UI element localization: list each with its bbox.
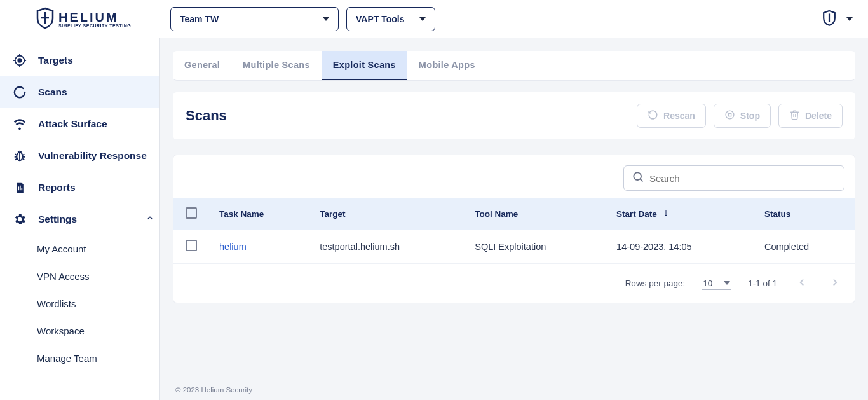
search-input[interactable] — [649, 173, 836, 184]
row-checkbox[interactable] — [186, 240, 197, 251]
col-target[interactable]: Target — [309, 198, 465, 230]
svg-point-4 — [18, 59, 22, 62]
team-selector-label: Team TW — [180, 14, 219, 24]
sidebar-subitem-workspace[interactable]: Workspace — [0, 317, 159, 345]
sidebar-item-label: Vulnerability Response — [38, 150, 147, 162]
sidebar-subitem-label: My Account — [37, 244, 86, 254]
sidebar-item-label: Scans — [38, 86, 67, 98]
col-start-date[interactable]: Start Date — [606, 198, 754, 230]
search-icon — [632, 170, 644, 186]
tools-selector-label: VAPT Tools — [356, 14, 404, 24]
tab-mobile-apps[interactable]: Mobile Apps — [407, 51, 487, 80]
prev-page-button[interactable] — [794, 274, 810, 293]
team-selector[interactable]: Team TW — [170, 7, 339, 31]
cell-target: testportal.helium.sh — [309, 230, 465, 264]
brand-logo[interactable]: HELIUM SIMPLIFY SECURITY TESTING — [0, 7, 160, 31]
footer-copyright: © 2023 Helium Security — [160, 380, 868, 400]
stop-button[interactable]: Stop — [714, 104, 771, 128]
tab-label: General — [184, 60, 220, 70]
cell-status: Completed — [754, 230, 855, 264]
svg-rect-18 — [20, 186, 21, 191]
sidebar-item-scans[interactable]: Scans — [0, 76, 159, 108]
svg-line-16 — [23, 159, 25, 160]
sidebar-item-settings[interactable]: Settings — [0, 203, 159, 235]
svg-rect-17 — [18, 186, 20, 190]
sidebar-item-reports[interactable]: Reports — [0, 172, 159, 203]
tab-label: Multiple Scans — [243, 60, 310, 70]
cell-task-name[interactable]: helium — [209, 230, 309, 264]
col-tool-name[interactable]: Tool Name — [465, 198, 606, 230]
rows-per-page-select[interactable]: 10 — [702, 277, 731, 290]
button-label: Stop — [740, 111, 760, 121]
tab-exploit-scans[interactable]: Exploit Scans — [322, 51, 407, 80]
cell-start-date: 14-09-2023, 14:05 — [606, 230, 754, 264]
tab-multiple-scans[interactable]: Multiple Scans — [231, 51, 322, 80]
brand-title: HELIUM — [58, 11, 131, 24]
col-task-name[interactable]: Task Name — [209, 198, 309, 230]
chevron-up-icon — [146, 214, 154, 225]
bug-icon — [13, 149, 27, 163]
rescan-button[interactable]: Rescan — [637, 104, 706, 128]
svg-point-22 — [634, 172, 641, 180]
user-menu[interactable] — [822, 10, 853, 29]
sidebar-subitem-label: Workspace — [37, 326, 85, 336]
tab-label: Mobile Apps — [419, 60, 475, 70]
trash-icon — [789, 109, 800, 122]
tools-selector[interactable]: VAPT Tools — [346, 7, 435, 31]
brand-subtitle: SIMPLIFY SECURITY TESTING — [58, 24, 131, 28]
svg-point-20 — [726, 111, 734, 119]
target-icon — [13, 53, 27, 67]
shield-icon — [822, 10, 836, 29]
sidebar-subitem-wordlists[interactable]: Wordlists — [0, 290, 159, 317]
rows-per-page-label: Rows per page: — [625, 279, 686, 288]
col-status[interactable]: Status — [754, 198, 855, 230]
svg-line-23 — [640, 179, 642, 181]
shield-icon — [36, 7, 55, 31]
chevron-down-icon — [846, 17, 853, 21]
sidebar-item-label: Targets — [38, 55, 73, 66]
chevron-down-icon — [323, 17, 329, 21]
tabs: General Multiple Scans Exploit Scans Mob… — [173, 51, 855, 81]
button-label: Delete — [805, 111, 832, 121]
sidebar-subitem-my-account[interactable]: My Account — [0, 235, 159, 263]
rows-per-page-value: 10 — [703, 279, 712, 288]
tab-label: Exploit Scans — [333, 60, 396, 70]
sidebar-item-vuln-response[interactable]: Vulnerability Response — [0, 140, 159, 172]
chevron-down-icon — [419, 17, 426, 21]
wifi-icon — [13, 117, 27, 131]
cell-tool-name: SQLI Exploitation — [465, 230, 606, 264]
sidebar-item-label: Reports — [38, 182, 76, 193]
gear-icon — [13, 212, 27, 226]
sidebar-subitem-label: Manage Team — [37, 353, 97, 364]
next-page-button[interactable] — [827, 274, 843, 293]
scan-icon — [13, 85, 27, 99]
search-input-wrap[interactable] — [623, 165, 844, 191]
table-row: helium testportal.helium.sh SQLI Exploit… — [173, 230, 855, 264]
svg-line-12 — [23, 154, 25, 155]
page-title: Scans — [186, 107, 227, 124]
refresh-icon — [648, 109, 658, 122]
sidebar-subitem-label: Wordlists — [37, 298, 76, 309]
arrow-down-icon — [662, 209, 670, 219]
sidebar-item-targets[interactable]: Targets — [0, 45, 159, 76]
sidebar-subitem-label: VPN Access — [37, 271, 90, 282]
button-label: Rescan — [663, 111, 695, 121]
svg-rect-19 — [22, 188, 23, 190]
delete-button[interactable]: Delete — [778, 104, 843, 128]
stop-icon — [724, 109, 735, 122]
sidebar-subitem-manage-team[interactable]: Manage Team — [0, 345, 159, 372]
svg-line-15 — [15, 159, 17, 160]
sidebar-item-label: Settings — [38, 214, 77, 225]
svg-rect-21 — [728, 113, 731, 116]
sidebar-subitem-vpn-access[interactable]: VPN Access — [0, 263, 159, 290]
document-icon — [13, 181, 27, 195]
sidebar-item-attack-surface[interactable]: Attack Surface — [0, 108, 159, 140]
chevron-down-icon — [724, 281, 730, 285]
select-all-checkbox[interactable] — [186, 207, 197, 219]
sidebar-item-label: Attack Surface — [38, 118, 107, 130]
sidebar: Targets Scans Attack Surface — [0, 38, 160, 400]
tab-general[interactable]: General — [173, 51, 231, 80]
svg-line-11 — [15, 154, 17, 155]
pagination-range: 1-1 of 1 — [748, 279, 777, 288]
